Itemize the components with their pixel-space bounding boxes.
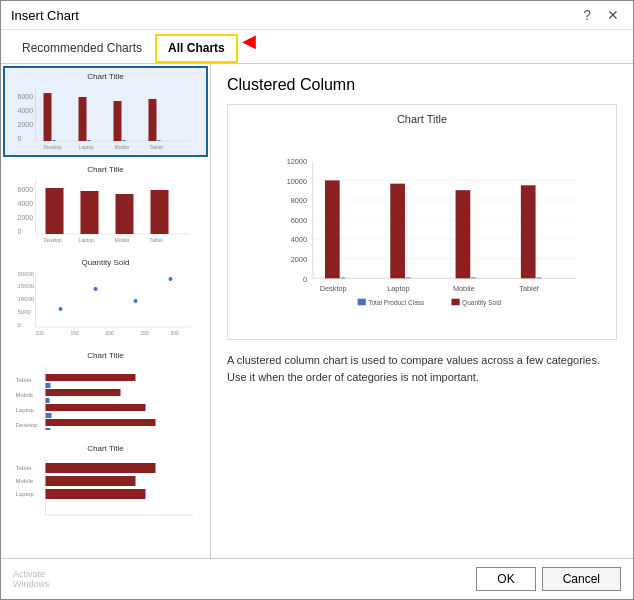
mini-chart-5: Tablet Mobile Laptop (9, 455, 202, 523)
svg-rect-92 (406, 278, 411, 279)
svg-point-44 (59, 307, 63, 311)
thumb-title-4: Chart Title (9, 351, 202, 360)
dialog-title: Insert Chart (11, 8, 79, 23)
svg-text:Desktop: Desktop (320, 284, 347, 293)
svg-text:Tablet: Tablet (150, 237, 164, 243)
svg-rect-61 (46, 428, 51, 430)
svg-text:Mobile: Mobile (115, 144, 130, 150)
svg-rect-74 (46, 489, 146, 499)
svg-text:Mobile: Mobile (16, 392, 34, 398)
help-button[interactable]: ? (579, 7, 595, 23)
insert-chart-dialog: Insert Chart ? ✕ Recommended Charts All … (0, 0, 634, 600)
svg-text:Mobile: Mobile (115, 237, 130, 243)
svg-text:5000: 5000 (18, 309, 32, 315)
ok-button[interactable]: OK (476, 567, 535, 591)
svg-rect-9 (88, 140, 91, 141)
chart-list-panel[interactable]: Chart Title 0 2000 4000 6000 (1, 64, 211, 558)
mini-chart-1: 0 2000 4000 6000 (9, 83, 202, 151)
svg-text:8000: 8000 (291, 196, 307, 205)
chart-thumbnail-4[interactable]: Chart Title Tablet Mobile Laptop Desktop (3, 345, 208, 436)
thumb-title-1: Chart Title (9, 72, 202, 81)
svg-text:Laptop: Laptop (16, 407, 35, 413)
chart-area: 0 2000 4000 6000 8000 10000 12000 (236, 131, 608, 331)
windows-watermark: ActivateWindows (13, 569, 50, 589)
svg-text:Mobile: Mobile (16, 478, 34, 484)
tabs-bar: Recommended Charts All Charts ◀ (1, 30, 633, 64)
mini-chart-3: 0 5000 10000 15000 20000 100 150 200 250… (9, 269, 202, 337)
chart-thumbnail-1[interactable]: Chart Title 0 2000 4000 6000 (3, 66, 208, 157)
svg-rect-13 (158, 140, 161, 141)
svg-rect-101 (358, 299, 366, 306)
tab-recommended[interactable]: Recommended Charts (9, 34, 155, 63)
svg-text:Tablet: Tablet (150, 144, 164, 150)
svg-rect-58 (46, 383, 51, 388)
svg-text:Laptop: Laptop (79, 237, 95, 243)
svg-rect-89 (325, 180, 340, 278)
main-content: Chart Title 0 2000 4000 6000 (1, 64, 633, 558)
mini-chart-2: 0 2000 4000 6000 Desktop Laptop Mobile T… (9, 176, 202, 244)
svg-text:0: 0 (18, 322, 22, 328)
svg-text:10000: 10000 (287, 177, 307, 186)
svg-rect-57 (46, 419, 156, 426)
mini-chart-4: Tablet Mobile Laptop Desktop (9, 362, 202, 430)
svg-rect-91 (390, 184, 405, 279)
svg-text:200: 200 (106, 330, 115, 336)
svg-rect-103 (451, 299, 459, 306)
cancel-button[interactable]: Cancel (542, 567, 621, 591)
title-bar-controls: ? ✕ (579, 7, 623, 23)
svg-text:0: 0 (18, 135, 22, 142)
svg-text:Laptop: Laptop (79, 144, 95, 150)
svg-text:10000: 10000 (18, 296, 35, 302)
svg-text:0: 0 (18, 228, 22, 235)
svg-point-46 (134, 299, 138, 303)
svg-text:2000: 2000 (291, 255, 307, 264)
svg-text:20000: 20000 (18, 271, 35, 277)
svg-text:250: 250 (141, 330, 150, 336)
svg-text:Tablet: Tablet (519, 284, 539, 293)
svg-rect-8 (79, 97, 87, 141)
title-bar: Insert Chart ? ✕ (1, 1, 633, 30)
svg-rect-73 (46, 476, 136, 486)
svg-rect-59 (46, 398, 50, 403)
svg-rect-11 (123, 140, 126, 141)
svg-rect-12 (149, 99, 157, 141)
svg-text:4000: 4000 (18, 200, 34, 207)
svg-rect-10 (114, 101, 122, 141)
preview-chart-title: Chart Title (236, 113, 608, 125)
svg-text:Mobile: Mobile (453, 284, 475, 293)
svg-text:100: 100 (36, 330, 45, 336)
svg-rect-24 (46, 188, 64, 234)
thumb-title-3: Quantity Sold (9, 258, 202, 267)
svg-text:Desktop: Desktop (44, 237, 63, 243)
tab-all-charts[interactable]: All Charts (155, 34, 238, 63)
red-arrow-indicator: ◀ (242, 30, 256, 63)
svg-rect-94 (471, 278, 476, 279)
svg-text:150: 150 (71, 330, 80, 336)
svg-rect-55 (46, 389, 121, 396)
svg-rect-7 (53, 140, 56, 141)
chart-thumbnail-3[interactable]: Quantity Sold 0 5000 10000 15000 20000 1… (3, 252, 208, 343)
thumb-title-5: Chart Title (9, 444, 202, 453)
svg-rect-25 (81, 191, 99, 234)
chart-description: A clustered column chart is used to comp… (227, 352, 617, 385)
svg-text:15000: 15000 (18, 283, 35, 289)
svg-text:Total Product Class: Total Product Class (368, 299, 425, 306)
svg-rect-90 (340, 278, 345, 279)
svg-point-45 (94, 287, 98, 291)
svg-text:2000: 2000 (18, 121, 34, 128)
svg-text:4000: 4000 (18, 107, 34, 114)
dialog-footer: ActivateWindows OK Cancel (1, 558, 633, 599)
svg-text:Laptop: Laptop (387, 284, 409, 293)
svg-text:Desktop: Desktop (44, 144, 63, 150)
svg-text:6000: 6000 (18, 93, 34, 100)
chart-thumbnail-5[interactable]: Chart Title Tablet Mobile Laptop (3, 438, 208, 529)
chart-thumbnail-2[interactable]: Chart Title 0 2000 4000 6000 Desktop (3, 159, 208, 250)
svg-text:Quantity Sold: Quantity Sold (462, 299, 501, 307)
svg-text:Laptop: Laptop (16, 491, 35, 497)
close-button[interactable]: ✕ (603, 7, 623, 23)
svg-rect-56 (46, 404, 146, 411)
svg-rect-72 (46, 463, 156, 473)
chart-preview-panel: Clustered Column Chart Title (211, 64, 633, 558)
svg-rect-27 (151, 190, 169, 234)
svg-rect-60 (46, 413, 52, 418)
